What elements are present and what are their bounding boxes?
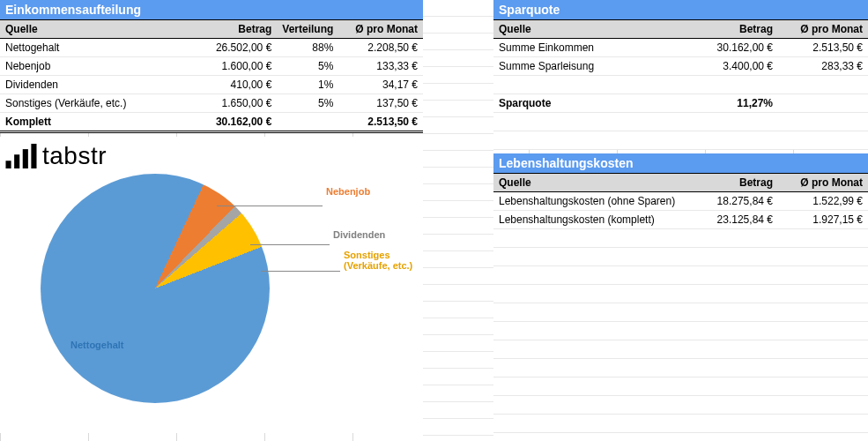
table-row xyxy=(493,340,868,359)
table-total-row: Komplett 30.162,00 € 2.513,50 € xyxy=(0,113,423,132)
lebenshaltung-table: Quelle Betrag Ø pro Monat Lebenshaltungs… xyxy=(493,174,868,441)
table-quote-row: Sparquote 11,27% xyxy=(493,94,868,113)
lebenshaltung-panel-title: Lebenshaltungskosten xyxy=(493,153,868,174)
bars-icon xyxy=(5,144,37,168)
table-row xyxy=(493,285,868,303)
spacer-column xyxy=(423,0,493,441)
income-table: Quelle Betrag Verteilung Ø pro Monat Net… xyxy=(0,20,423,133)
table-row xyxy=(493,76,868,94)
table-row[interactable]: Nettogehalt 26.502,00 € 88% 2.208,50 € xyxy=(0,39,423,57)
svg-rect-0 xyxy=(6,161,11,168)
empty-cells xyxy=(423,0,493,441)
pie-wrap xyxy=(41,174,270,403)
table-row[interactable]: Nebenjob 1.600,00 € 5% 133,33 € xyxy=(0,57,423,76)
connector-line xyxy=(261,271,340,272)
sparquote-table: Quelle Betrag Ø pro Monat Summe Einkomme… xyxy=(493,20,868,150)
table-row xyxy=(493,396,868,415)
table-row xyxy=(493,113,868,131)
table-row xyxy=(493,131,868,150)
connector-line xyxy=(250,244,330,245)
lebenshaltung-panel: Lebenshaltungskosten Quelle Betrag Ø pro… xyxy=(493,153,868,441)
th-betrag: Betrag xyxy=(185,20,278,39)
table-row xyxy=(493,359,868,377)
income-panel-title: Einkommensaufteilung xyxy=(0,0,423,20)
table-row[interactable]: Lebenshaltungskosten (ohne Sparen) 18.27… xyxy=(493,192,868,211)
table-row[interactable]: Dividenden 410,00 € 1% 34,17 € xyxy=(0,76,423,94)
pie xyxy=(41,174,270,403)
svg-rect-2 xyxy=(23,149,28,168)
th-betrag: Betrag xyxy=(681,20,779,39)
income-pie-chart: tabstr Nebenjob Dividenden Sonstiges (Ve… xyxy=(0,137,423,433)
table-row xyxy=(493,415,868,433)
pie-label-nettogehalt: Nettogehalt xyxy=(70,340,124,350)
pie-label-nebenjob: Nebenjob xyxy=(326,186,370,197)
svg-rect-3 xyxy=(31,144,36,168)
th-monat: Ø pro Monat xyxy=(778,20,868,39)
th-quelle: Quelle xyxy=(0,20,185,39)
left-column: Einkommensaufteilung Quelle Betrag Verte… xyxy=(0,0,423,441)
table-row[interactable]: Summe Einkommen 30.162,00 € 2.513,50 € xyxy=(493,39,868,57)
connector-line xyxy=(217,206,323,206)
tabstr-logo: tabstr xyxy=(5,142,418,170)
pie-label-sonstiges: Sonstiges (Verkäufe, etc.) xyxy=(344,250,412,271)
table-row[interactable]: Lebenshaltungskosten (komplett) 23.125,8… xyxy=(493,211,868,229)
table-row xyxy=(493,322,868,340)
table-row xyxy=(493,248,868,266)
table-row[interactable]: Sonstiges (Verkäufe, etc.) 1.650,00 € 5%… xyxy=(0,94,423,113)
table-row xyxy=(493,433,868,442)
th-monat: Ø pro Monat xyxy=(778,174,868,192)
table-row[interactable]: Summe Sparleisung 3.400,00 € 283,33 € xyxy=(493,57,868,76)
pie-label-dividenden: Dividenden xyxy=(333,229,385,240)
table-row xyxy=(493,229,868,248)
income-panel: Einkommensaufteilung Quelle Betrag Verte… xyxy=(0,0,423,133)
th-betrag: Betrag xyxy=(681,174,779,192)
table-row xyxy=(493,303,868,322)
th-quelle: Quelle xyxy=(493,174,681,192)
sparquote-panel-title: Sparquote xyxy=(493,0,868,20)
th-verteilung: Verteilung xyxy=(277,20,338,39)
logo-text: tabstr xyxy=(42,142,107,170)
sparquote-panel: Sparquote Quelle Betrag Ø pro Monat Summ… xyxy=(493,0,868,150)
spreadsheet: Einkommensaufteilung Quelle Betrag Verte… xyxy=(0,0,868,441)
right-column: Sparquote Quelle Betrag Ø pro Monat Summ… xyxy=(493,0,868,441)
table-row xyxy=(493,266,868,285)
svg-rect-1 xyxy=(14,154,19,168)
th-monat: Ø pro Monat xyxy=(338,20,423,39)
th-quelle: Quelle xyxy=(493,20,681,39)
table-row xyxy=(493,377,868,396)
